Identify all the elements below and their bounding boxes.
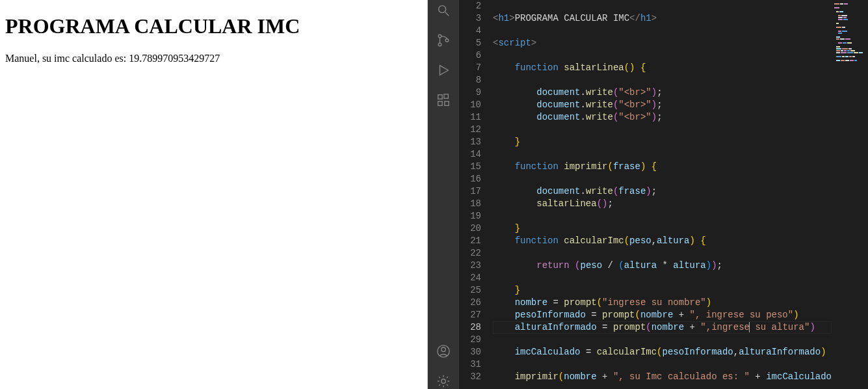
code-line[interactable]: document.write("<br>"); [493, 99, 832, 111]
imc-output-text: Manuel, su imc calculado es: 19.78997095… [5, 53, 422, 64]
line-number: 3 [459, 12, 481, 25]
code-line[interactable]: <script> [493, 37, 832, 49]
code-line[interactable]: <h1>PROGRAMA CALCULAR IMC</h1> [493, 12, 832, 25]
code-line[interactable]: pesoInformado = prompt(nombre + ", ingre… [493, 309, 832, 321]
code-line[interactable]: document.write("<br>"); [493, 87, 832, 99]
line-number: 22 [459, 247, 481, 260]
line-number: 13 [459, 136, 481, 148]
svg-rect-6 [438, 95, 442, 99]
code-line[interactable] [493, 124, 832, 136]
svg-point-2 [438, 34, 441, 38]
line-number: 30 [459, 346, 481, 358]
svg-line-1 [445, 12, 449, 16]
code-line[interactable] [493, 173, 832, 185]
line-number: 32 [459, 371, 481, 383]
code-line[interactable]: return (peso / (altura * altura)); [493, 260, 832, 272]
line-number: 21 [459, 235, 481, 247]
code-line[interactable] [493, 148, 832, 161]
line-number: 24 [459, 272, 481, 284]
line-number: 25 [459, 284, 481, 297]
line-number: 28 [459, 321, 481, 334]
svg-rect-8 [445, 101, 449, 105]
code-line[interactable]: function saltarLinea() { [493, 62, 832, 74]
code-line[interactable] [493, 25, 832, 37]
code-line[interactable]: function calcularImc(peso,altura) { [493, 235, 832, 247]
code-line[interactable]: } [493, 222, 832, 235]
browser-pane: PROGRAMA CALCULAR IMC Manuel, su imc cal… [0, 0, 428, 389]
code-line[interactable]: } [493, 284, 832, 297]
code-content[interactable]: <h1>PROGRAMA CALCULAR IMC</h1><script> f… [493, 0, 832, 389]
code-line[interactable]: imcCalculado = calcularImc(pesoInformado… [493, 346, 832, 358]
code-line[interactable] [493, 358, 832, 371]
svg-rect-9 [444, 94, 448, 98]
line-number: 27 [459, 309, 481, 321]
editor-pane: 2345678910111213141516171819202122232425… [428, 0, 868, 389]
code-line[interactable]: document.write("<br>"); [493, 111, 832, 124]
line-number: 16 [459, 173, 481, 185]
line-number: 7 [459, 62, 481, 74]
line-number: 18 [459, 198, 481, 210]
line-number: 23 [459, 260, 481, 272]
code-line[interactable]: function imprimir(frase) { [493, 161, 832, 173]
page-heading: PROGRAMA CALCULAR IMC [5, 14, 422, 38]
line-number: 11 [459, 111, 481, 124]
line-number: 2 [459, 0, 481, 12]
code-line[interactable] [493, 210, 832, 222]
svg-point-12 [441, 379, 445, 383]
line-number: 19 [459, 210, 481, 222]
line-number: 17 [459, 185, 481, 198]
search-icon[interactable] [436, 3, 451, 18]
line-number: 26 [459, 297, 481, 309]
line-number: 29 [459, 334, 481, 346]
svg-rect-7 [438, 101, 442, 105]
code-line[interactable]: nombre = prompt("ingrese su nombre") [493, 297, 832, 309]
svg-point-4 [445, 39, 449, 42]
svg-point-0 [439, 6, 446, 13]
line-number: 12 [459, 124, 481, 136]
line-number: 9 [459, 87, 481, 99]
line-number: 5 [459, 37, 481, 49]
code-line[interactable] [493, 74, 832, 87]
code-line[interactable] [493, 0, 832, 12]
code-line[interactable] [493, 334, 832, 346]
line-number: 20 [459, 222, 481, 235]
code-editor[interactable]: 2345678910111213141516171819202122232425… [459, 0, 868, 389]
code-line[interactable] [493, 49, 832, 62]
source-control-icon[interactable] [436, 33, 451, 48]
line-number: 10 [459, 99, 481, 111]
minimap[interactable] [832, 0, 868, 389]
extensions-icon[interactable] [436, 92, 451, 108]
line-number: 31 [459, 358, 481, 371]
settings-gear-icon[interactable] [436, 373, 451, 389]
line-number: 8 [459, 74, 481, 87]
code-line[interactable] [493, 247, 832, 260]
line-number: 6 [459, 49, 481, 62]
code-line[interactable] [493, 272, 832, 284]
code-line[interactable]: } [493, 136, 832, 148]
run-debug-icon[interactable] [436, 62, 451, 78]
line-number: 14 [459, 148, 481, 161]
account-icon[interactable] [436, 343, 451, 359]
svg-point-3 [438, 43, 441, 46]
line-number-gutter: 2345678910111213141516171819202122232425… [459, 0, 493, 389]
code-line[interactable]: saltarLinea(); [493, 198, 832, 210]
svg-marker-5 [440, 66, 449, 75]
code-line[interactable]: alturaInformado = prompt(nombre + ",ingr… [493, 321, 832, 334]
svg-point-11 [441, 347, 445, 351]
code-line[interactable]: imprimir(nombre + ", su Imc calculado es… [493, 371, 832, 383]
line-number: 15 [459, 161, 481, 173]
code-line[interactable]: document.write(frase); [493, 185, 832, 198]
activity-bar [428, 0, 459, 389]
line-number: 4 [459, 25, 481, 37]
